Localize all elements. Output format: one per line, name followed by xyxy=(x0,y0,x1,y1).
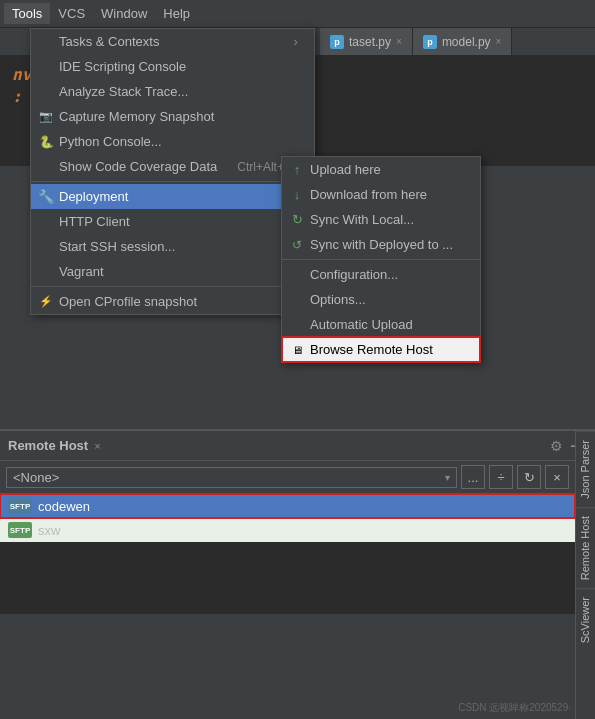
toolbar-btn-split[interactable]: ÷ xyxy=(489,465,513,489)
file-name-sxw: sxw xyxy=(38,523,60,538)
menu-tools[interactable]: Tools xyxy=(4,3,50,24)
python-file-icon-2: p xyxy=(423,35,437,49)
menu-vcs[interactable]: VCS xyxy=(50,3,93,24)
deployment-label: Deployment xyxy=(59,189,128,204)
ide-scripting-label: IDE Scripting Console xyxy=(59,59,186,74)
watermark: CSDN 远视眸称2020529· xyxy=(458,701,571,715)
menu-ssh-session[interactable]: Start SSH session... xyxy=(31,234,314,259)
coverage-label: Show Code Coverage Data xyxy=(59,159,217,174)
right-labels: Json Parser Remote Host ScViewer xyxy=(575,431,595,719)
tab-dataset-label: taset.py xyxy=(349,35,391,49)
right-label-scviewer[interactable]: ScViewer xyxy=(576,588,595,651)
python-icon: 🐍 xyxy=(37,133,55,151)
vagrant-label: Vagrant xyxy=(59,264,104,279)
python-console-label: Python Console... xyxy=(59,134,162,149)
sftp-badge-sxw: SFTP xyxy=(8,522,32,538)
submenu-configuration[interactable]: Configuration... xyxy=(282,262,480,287)
menu-bar: Tools VCS Window Help xyxy=(0,0,595,28)
tools-dropdown: Tasks & Contexts › IDE Scripting Console… xyxy=(30,28,315,315)
host-dropdown[interactable]: <None> ▾ xyxy=(6,467,457,488)
auto-upload-label: Automatic Upload xyxy=(310,317,413,332)
menu-analyze-stack[interactable]: Analyze Stack Trace... xyxy=(31,79,314,104)
tab-model-close[interactable]: × xyxy=(496,36,502,47)
deployment-submenu: Upload here Download from here Sync With… xyxy=(281,156,481,363)
options-label: Options... xyxy=(310,292,366,307)
python-file-icon: p xyxy=(330,35,344,49)
submenu-separator xyxy=(282,259,480,260)
toolbar-btn-close[interactable]: × xyxy=(545,465,569,489)
deployment-icon: 🔧 xyxy=(37,188,55,206)
dots-icon: ... xyxy=(468,470,479,485)
menu-capture-memory[interactable]: 📷 Capture Memory Snapshot xyxy=(31,104,314,129)
panel-close-icon[interactable]: × xyxy=(94,440,100,452)
configuration-label: Configuration... xyxy=(310,267,398,282)
tab-model[interactable]: p model.py × xyxy=(413,28,513,55)
ssh-session-label: Start SSH session... xyxy=(59,239,175,254)
file-name-codewen: codewen xyxy=(38,499,90,514)
panel-content: <None> ▾ ... ÷ ↻ × SFTP codewen SFTP xyxy=(0,461,575,614)
analyze-stack-label: Analyze Stack Trace... xyxy=(59,84,188,99)
file-list: SFTP codewen SFTP sxw xyxy=(0,494,575,614)
download-label: Download from here xyxy=(310,187,427,202)
menu-vagrant[interactable]: Vagrant › xyxy=(31,259,314,284)
submenu-auto-upload[interactable]: Automatic Upload xyxy=(282,312,480,337)
tab-dataset[interactable]: p taset.py × xyxy=(320,28,413,55)
tab-dataset-close[interactable]: × xyxy=(396,36,402,47)
close-icon: × xyxy=(553,470,561,485)
menu-separator-2 xyxy=(31,286,314,287)
menu-ide-scripting[interactable]: IDE Scripting Console xyxy=(31,54,314,79)
host-selector-row: <None> ▾ ... ÷ ↻ × xyxy=(0,461,575,494)
toolbar-btn-dots[interactable]: ... xyxy=(461,465,485,489)
cprofile-label: Open CProfile snapshot xyxy=(59,294,197,309)
remote-host-panel: Remote Host × ⚙ — Json Parser Remote Hos… xyxy=(0,429,595,719)
http-client-label: HTTP Client xyxy=(59,214,130,229)
menu-tasks-contexts[interactable]: Tasks & Contexts › xyxy=(31,29,314,54)
upload-label: Upload here xyxy=(310,162,381,177)
right-label-remote-host[interactable]: Remote Host xyxy=(576,507,595,588)
menu-http-client[interactable]: HTTP Client › xyxy=(31,209,314,234)
right-label-json-parser[interactable]: Json Parser xyxy=(576,431,595,507)
tasks-label: Tasks & Contexts xyxy=(59,34,159,49)
panel-title: Remote Host xyxy=(8,438,88,453)
submenu-sync-deployed[interactable]: ↺ Sync with Deployed to ... xyxy=(282,232,480,257)
submenu-upload[interactable]: Upload here xyxy=(282,157,480,182)
sync-deployed-label: Sync with Deployed to ... xyxy=(310,237,453,252)
sync-local-label: Sync With Local... xyxy=(310,212,414,227)
file-item-sxw[interactable]: SFTP sxw xyxy=(0,518,575,542)
tasks-arrow: › xyxy=(294,34,298,49)
capture-memory-label: Capture Memory Snapshot xyxy=(59,109,214,124)
submenu-download[interactable]: Download from here xyxy=(282,182,480,207)
upload-icon xyxy=(288,161,306,179)
chevron-down-icon: ▾ xyxy=(445,472,450,483)
camera-icon: 📷 xyxy=(37,108,55,126)
menu-coverage[interactable]: Show Code Coverage Data Ctrl+Alt+F6 xyxy=(31,154,314,179)
browse-remote-icon: 🖥 xyxy=(288,341,306,359)
menu-cprofile[interactable]: ⚡ Open CProfile snapshot xyxy=(31,289,314,314)
menu-window[interactable]: Window xyxy=(93,3,155,24)
sync-deployed-icon: ↺ xyxy=(288,236,306,254)
menu-deployment[interactable]: 🔧 Deployment › xyxy=(31,184,314,209)
submenu-sync-local[interactable]: Sync With Local... xyxy=(282,207,480,232)
submenu-options[interactable]: Options... xyxy=(282,287,480,312)
download-icon xyxy=(288,186,306,204)
refresh-icon: ↻ xyxy=(524,470,535,485)
sftp-badge-codewen: SFTP xyxy=(8,498,32,514)
tab-model-label: model.py xyxy=(442,35,491,49)
menu-help[interactable]: Help xyxy=(155,3,198,24)
split-icon: ÷ xyxy=(497,470,504,485)
host-dropdown-value: <None> xyxy=(13,470,59,485)
panel-header: Remote Host × ⚙ — xyxy=(0,431,595,461)
menu-python-console[interactable]: 🐍 Python Console... xyxy=(31,129,314,154)
cprofile-icon: ⚡ xyxy=(37,293,55,311)
file-item-codewen[interactable]: SFTP codewen xyxy=(0,494,575,518)
toolbar-btn-refresh[interactable]: ↻ xyxy=(517,465,541,489)
browse-remote-label: Browse Remote Host xyxy=(310,342,433,357)
sync-local-icon xyxy=(288,211,306,229)
menu-separator-1 xyxy=(31,181,314,182)
submenu-browse-remote[interactable]: 🖥 Browse Remote Host xyxy=(282,337,480,362)
panel-gear-icon[interactable]: ⚙ xyxy=(550,438,563,454)
